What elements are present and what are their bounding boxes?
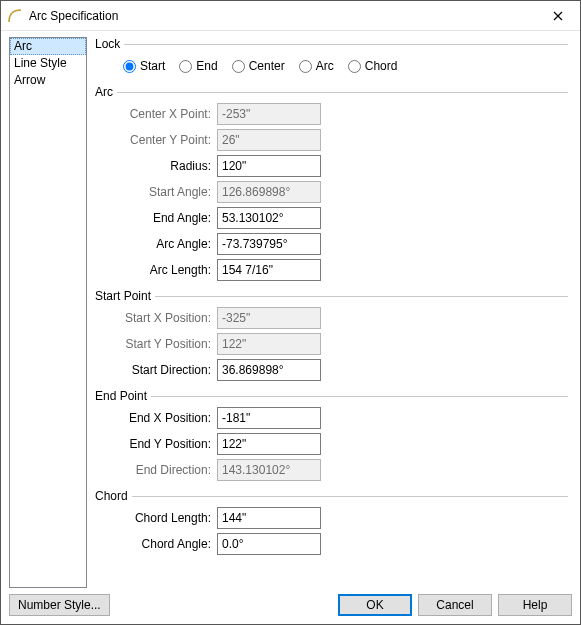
arc-row-0: Center X Point: bbox=[95, 101, 568, 127]
chord-label-1: Chord Angle: bbox=[123, 537, 217, 551]
lock-radio-end-label: End bbox=[196, 59, 217, 73]
nav-item-arrow[interactable]: Arrow bbox=[10, 72, 86, 89]
window-title: Arc Specification bbox=[29, 9, 536, 23]
lock-radio-start-label: Start bbox=[140, 59, 165, 73]
end-point-label-0: End X Position: bbox=[123, 411, 217, 425]
arc-input-2[interactable] bbox=[217, 155, 321, 177]
chord-row-1: Chord Angle: bbox=[95, 531, 568, 557]
arc-input-1 bbox=[217, 129, 321, 151]
lock-radio-arc[interactable]: Arc bbox=[299, 59, 334, 73]
dialog-footer: Number Style... OK Cancel Help bbox=[1, 588, 580, 624]
ok-button[interactable]: OK bbox=[338, 594, 412, 616]
panel-nav[interactable]: Arc Line Style Arrow bbox=[9, 37, 87, 588]
nav-item-line-style[interactable]: Line Style bbox=[10, 55, 86, 72]
lock-radio-start-input[interactable] bbox=[123, 60, 136, 73]
lock-radio-end[interactable]: End bbox=[179, 59, 217, 73]
arc-input-6[interactable] bbox=[217, 259, 321, 281]
group-start-point: – Start Point Start X Position:Start Y P… bbox=[95, 289, 568, 383]
start-point-input-0 bbox=[217, 307, 321, 329]
end-point-row-2: End Direction: bbox=[95, 457, 568, 483]
lock-radio-end-input[interactable] bbox=[179, 60, 192, 73]
lock-radio-arc-label: Arc bbox=[316, 59, 334, 73]
group-arc: Arc Center X Point:Center Y Point:Radius… bbox=[95, 85, 568, 283]
arc-label-6: Arc Length: bbox=[123, 263, 217, 277]
lock-radio-chord-label: Chord bbox=[365, 59, 398, 73]
arc-row-2: Radius: bbox=[95, 153, 568, 179]
start-point-label-1: Start Y Position: bbox=[123, 337, 217, 351]
chord-input-1[interactable] bbox=[217, 533, 321, 555]
arc-row-4: End Angle: bbox=[95, 205, 568, 231]
arc-label-3: Start Angle: bbox=[123, 185, 217, 199]
end-point-row-0: End X Position: bbox=[95, 405, 568, 431]
lock-radio-chord[interactable]: Chord bbox=[348, 59, 398, 73]
arc-row-6: Arc Length: bbox=[95, 257, 568, 283]
arc-input-3 bbox=[217, 181, 321, 203]
group-arc-legend: Arc bbox=[95, 85, 117, 99]
arc-row-1: Center Y Point: bbox=[95, 127, 568, 153]
end-point-label-2: End Direction: bbox=[123, 463, 217, 477]
start-point-label-2: Start Direction: bbox=[123, 363, 217, 377]
arc-input-0 bbox=[217, 103, 321, 125]
lock-radio-row: Start End Center Arc Chord bbox=[95, 53, 568, 79]
arc-row-5: Arc Angle: bbox=[95, 231, 568, 257]
chord-row-0: Chord Length: bbox=[95, 505, 568, 531]
content-panel: Lock Start End Center Arc Chord Arc Cent… bbox=[95, 37, 572, 588]
arc-spec-icon bbox=[7, 8, 23, 24]
arc-label-2: Radius: bbox=[123, 159, 217, 173]
lock-radio-center[interactable]: Center bbox=[232, 59, 285, 73]
start-point-row-1: Start Y Position: bbox=[95, 331, 568, 357]
lock-radio-arc-input[interactable] bbox=[299, 60, 312, 73]
group-lock-legend: Lock bbox=[95, 37, 124, 51]
group-chord-legend: Chord bbox=[95, 489, 132, 503]
group-end-point-legend: End Point bbox=[95, 389, 151, 403]
group-end-point: End Point End X Position:End Y Position:… bbox=[95, 389, 568, 483]
start-point-row-2: Start Direction: bbox=[95, 357, 568, 383]
close-button[interactable] bbox=[536, 1, 580, 31]
lock-radio-center-input[interactable] bbox=[232, 60, 245, 73]
end-point-label-1: End Y Position: bbox=[123, 437, 217, 451]
lock-radio-start[interactable]: Start bbox=[123, 59, 165, 73]
end-point-input-0[interactable] bbox=[217, 407, 321, 429]
start-point-row-0: Start X Position: bbox=[95, 305, 568, 331]
start-point-input-1 bbox=[217, 333, 321, 355]
arc-input-4[interactable] bbox=[217, 207, 321, 229]
chord-input-0[interactable] bbox=[217, 507, 321, 529]
arc-label-1: Center Y Point: bbox=[123, 133, 217, 147]
start-point-input-2[interactable] bbox=[217, 359, 321, 381]
arc-input-5[interactable] bbox=[217, 233, 321, 255]
arc-row-3: Start Angle: bbox=[95, 179, 568, 205]
group-chord: Chord Chord Length:Chord Angle: bbox=[95, 489, 568, 557]
end-point-input-2 bbox=[217, 459, 321, 481]
group-start-point-legend: Start Point bbox=[95, 289, 155, 303]
arc-label-4: End Angle: bbox=[123, 211, 217, 225]
end-point-row-1: End Y Position: bbox=[95, 431, 568, 457]
arc-label-5: Arc Angle: bbox=[123, 237, 217, 251]
lock-radio-center-label: Center bbox=[249, 59, 285, 73]
number-style-button[interactable]: Number Style... bbox=[9, 594, 110, 616]
start-point-label-0: Start X Position: bbox=[123, 311, 217, 325]
titlebar: Arc Specification bbox=[1, 1, 580, 31]
arc-label-0: Center X Point: bbox=[123, 107, 217, 121]
lock-radio-chord-input[interactable] bbox=[348, 60, 361, 73]
cancel-button[interactable]: Cancel bbox=[418, 594, 492, 616]
group-lock: Lock Start End Center Arc Chord bbox=[95, 37, 568, 79]
chord-label-0: Chord Length: bbox=[123, 511, 217, 525]
nav-item-arc[interactable]: Arc bbox=[10, 38, 86, 55]
end-point-input-1[interactable] bbox=[217, 433, 321, 455]
help-button[interactable]: Help bbox=[498, 594, 572, 616]
